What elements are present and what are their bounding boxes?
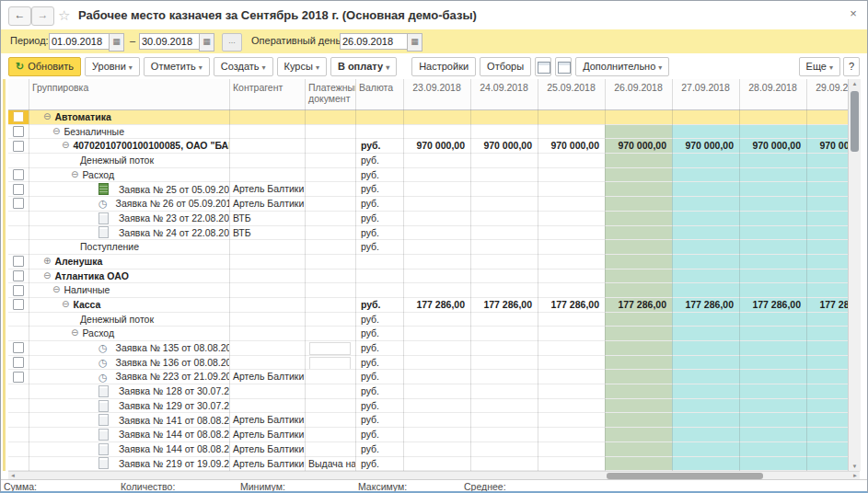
column-header[interactable]: 24.09.2018	[470, 79, 538, 109]
filters-button[interactable]: Отборы	[480, 57, 531, 76]
table-row[interactable]: Заявка № 144 от 08.08.2018Артель Балтики…	[8, 428, 848, 442]
table-row[interactable]: ◷Заявка № 135 от 08.08.2018руб.	[8, 341, 848, 356]
table-row[interactable]: Заявка № 141 от 08.08.2018Артель Балтики…	[8, 413, 848, 428]
column-header[interactable]: Валюта	[355, 79, 403, 109]
period-from-input[interactable]	[49, 33, 110, 50]
period-to-input[interactable]	[139, 33, 200, 50]
table-row[interactable]: ⊖Расходруб.	[8, 327, 848, 341]
close-icon[interactable]: ×	[847, 6, 860, 20]
row-checkbox[interactable]	[13, 299, 24, 310]
table-row[interactable]: ⊖Безналичные	[8, 125, 848, 140]
collapse-icon[interactable]: ⊖	[52, 283, 60, 297]
column-header[interactable]: Контрагент	[229, 79, 305, 109]
counterparty-cell	[229, 384, 305, 398]
table-row[interactable]: ◷Заявка № 223 от 21.09.2018Артель Балтик…	[8, 370, 848, 384]
period-more-button[interactable]: ...	[222, 33, 242, 52]
levels-button[interactable]: Уровни▾	[85, 57, 140, 76]
calendar-icon[interactable]: ▦	[109, 33, 124, 52]
period-label: Период:	[10, 35, 49, 46]
column-header[interactable]: 27.09.2018	[672, 79, 739, 109]
row-checkbox[interactable]	[13, 126, 24, 137]
table-row[interactable]: Заявка № 23 от 22.08.2018ВТБруб.	[8, 212, 848, 226]
table-row[interactable]: Заявка № 219 от 19.09.2018Артель Балтики…	[8, 457, 848, 472]
scroll-up-icon[interactable]: ▲	[849, 81, 861, 86]
collapse-icon[interactable]: ⊖	[62, 298, 69, 312]
row-checkbox[interactable]	[13, 372, 24, 383]
horizontal-scrollbar-thumb[interactable]	[607, 473, 763, 479]
table-row[interactable]: ⊖Атлантика ОАО	[8, 269, 848, 284]
table-row[interactable]: ⊖Кассаруб.177 286,00177 286,00177 286,00…	[8, 298, 848, 313]
amount-cell	[403, 182, 470, 196]
collapse-icon[interactable]: ⊖	[62, 139, 69, 153]
row-checkbox[interactable]	[13, 184, 24, 195]
column-header[interactable]: 23.09.2018	[403, 79, 470, 109]
forward-button[interactable]: →	[31, 6, 54, 26]
table-row[interactable]: Денежный потокруб.	[8, 313, 848, 327]
amount-cell	[538, 283, 605, 297]
row-label: 40702010700100100085, ОАО "БАНК МОСКВЫ"	[73, 139, 229, 153]
row-label: Заявка № 25 от 05.09.2018	[119, 183, 229, 197]
row-checkbox[interactable]	[13, 141, 24, 152]
payment-document-input[interactable]	[309, 342, 351, 355]
table-row[interactable]: ◷Заявка № 136 от 08.08.2018руб.	[8, 356, 848, 371]
additional-button[interactable]: Дополнительно▾	[575, 57, 669, 76]
table-row[interactable]: ⊖Наличные	[8, 283, 848, 298]
scroll-down-icon[interactable]: ▼	[849, 464, 861, 469]
table-row[interactable]: Заявка № 129 от 30.07.2018руб.	[8, 399, 848, 414]
table-row[interactable]: ⊖Расходруб.	[8, 168, 848, 183]
refresh-button[interactable]: ↻Обновить	[8, 57, 81, 76]
favorite-star-icon[interactable]: ☆	[58, 7, 70, 24]
operational-day-input[interactable]	[340, 33, 408, 50]
save-settings-button[interactable]	[535, 57, 551, 76]
payment-document-input[interactable]	[309, 357, 351, 370]
table-row[interactable]: Поступлениеруб.	[8, 240, 848, 255]
collapse-icon[interactable]: ⊖	[71, 168, 78, 182]
help-button[interactable]: ?	[843, 57, 860, 76]
collapse-icon[interactable]: ⊖	[43, 269, 51, 283]
table-row[interactable]: ⊖Автоматика	[8, 110, 848, 125]
vertical-scrollbar[interactable]: ▲ ▼	[848, 79, 861, 471]
amount-cell	[739, 457, 806, 471]
more-button[interactable]: Еще▾	[799, 57, 840, 76]
table-row[interactable]: Заявка № 25 от 05.09.2018Артель Балтикир…	[8, 182, 848, 197]
collapse-icon[interactable]: ⊖	[71, 327, 78, 340]
row-checkbox[interactable]	[13, 111, 24, 122]
row-checkbox[interactable]	[13, 198, 24, 209]
row-checkbox[interactable]	[13, 169, 24, 180]
row-label: Заявка № 144 от 08.08.2018	[119, 442, 229, 456]
column-header[interactable]: 25.09.2018	[538, 79, 605, 109]
column-header[interactable]: Платежный документ	[305, 79, 355, 109]
table-row[interactable]: ◷Заявка № 26 от 05.09.2018Артель Балтики…	[8, 197, 848, 212]
mark-button[interactable]: Отметить▾	[144, 57, 210, 76]
rates-button[interactable]: Курсы▾	[277, 57, 327, 76]
row-checkbox[interactable]	[13, 285, 24, 296]
settings-button[interactable]: Настройки	[411, 57, 476, 76]
column-header[interactable]: Группировка	[29, 79, 229, 109]
table-row[interactable]: ⊖40702010700100100085, ОАО "БАНК МОСКВЫ"…	[8, 139, 848, 154]
row-checkbox[interactable]	[13, 256, 24, 267]
row-checkbox[interactable]	[13, 357, 24, 368]
create-button[interactable]: Создать▾	[214, 57, 273, 76]
row-checkbox[interactable]	[13, 270, 24, 281]
column-header[interactable]: 26.09.2018	[605, 79, 672, 109]
back-button[interactable]: ←	[8, 6, 31, 26]
table-row[interactable]: Денежный потокруб.	[8, 154, 848, 168]
vertical-scrollbar-thumb[interactable]	[851, 91, 859, 152]
payment-document-cell	[305, 442, 355, 456]
to-payment-button[interactable]: В оплату▾	[330, 57, 397, 76]
collapse-icon[interactable]: ⊖	[43, 110, 51, 124]
table-row[interactable]: Заявка № 128 от 30.07.2018руб.	[8, 384, 848, 399]
load-settings-button[interactable]	[555, 57, 572, 76]
table-row[interactable]: Заявка № 144 от 08.08.2018Артель Балтики…	[8, 442, 848, 457]
collapse-icon[interactable]: ⊖	[52, 125, 60, 139]
column-header[interactable]: 29.09.2018	[806, 79, 848, 109]
column-header[interactable]: 28.09.2018	[739, 79, 806, 109]
table-row[interactable]: Заявка № 24 от 22.08.2018ВТБруб.	[8, 226, 848, 241]
calendar-icon[interactable]: ▦	[407, 33, 422, 52]
amount-cell	[739, 110, 806, 124]
row-checkbox[interactable]	[13, 342, 24, 353]
expand-icon[interactable]: ⊕	[43, 255, 51, 269]
amount-cell	[806, 212, 848, 225]
table-row[interactable]: ⊕Аленушка	[8, 255, 848, 269]
calendar-icon[interactable]: ▦	[199, 33, 214, 52]
